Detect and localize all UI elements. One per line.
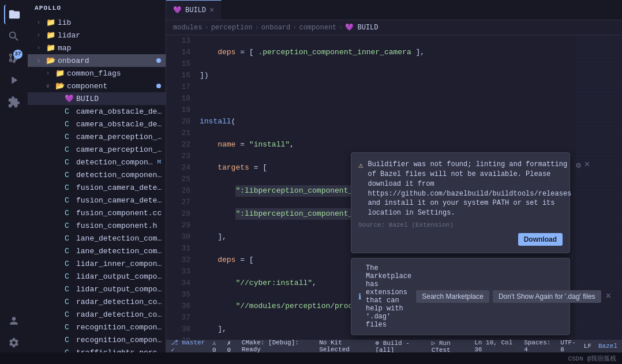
language-mode[interactable]: Bazel bbox=[598, 343, 617, 350]
status-bar: ⎇ master ✓ ⚠ 0 ✗ 0 CMake: [Debug]: Ready… bbox=[166, 340, 622, 352]
list-item[interactable]: › C camera_perception_viz_messag... bbox=[28, 130, 166, 143]
tree-item-component[interactable]: ∨ 📂 component bbox=[28, 80, 166, 92]
eol-status[interactable]: LF bbox=[584, 343, 591, 350]
search-icon[interactable] bbox=[4, 27, 24, 46]
list-item[interactable]: › C detection_component.h bbox=[28, 168, 166, 181]
warnings-status[interactable]: ⚠ 0 bbox=[212, 339, 222, 353]
notification-actions: Download bbox=[358, 233, 563, 246]
status-right: No Kit Selected ⊕ Build - [all] ▷ Run CT… bbox=[319, 339, 617, 353]
editor-area: 💜 BUILD × modules › perception › onboard… bbox=[166, 0, 622, 352]
list-item[interactable]: › C fusion_component.h bbox=[28, 219, 166, 232]
c-file-icon: C bbox=[65, 260, 74, 268]
tab-close-button[interactable]: × bbox=[209, 6, 214, 15]
settings-icon[interactable]: ⚙ bbox=[576, 160, 580, 170]
git-badge: 37 bbox=[13, 50, 23, 59]
dag-close-button[interactable]: × bbox=[606, 291, 612, 302]
app-container: 37 APOLLO › 📁 l bbox=[0, 0, 622, 364]
tab-build[interactable]: 💜 BUILD × bbox=[166, 0, 222, 20]
breadcrumb-perception[interactable]: perception bbox=[211, 24, 253, 32]
tree-label: lidar_output_component.h bbox=[76, 285, 166, 294]
c-file-icon: C bbox=[65, 348, 74, 353]
tree-item-lib[interactable]: › 📁 lib bbox=[28, 16, 166, 29]
git-icon[interactable]: 37 bbox=[4, 48, 24, 68]
run-icon[interactable] bbox=[4, 70, 24, 90]
status-left: ⎇ master ✓ ⚠ 0 ✗ 0 CMake: [Debug]: Ready bbox=[171, 339, 312, 352]
c-file-icon: C bbox=[65, 133, 74, 141]
accounts-icon[interactable] bbox=[4, 311, 24, 331]
c-file-icon: C bbox=[65, 310, 74, 319]
explorer-icon[interactable] bbox=[4, 5, 24, 24]
dag-actions: Search Marketplace Don't Show Again for … bbox=[416, 290, 601, 303]
tree-label: map bbox=[58, 44, 71, 52]
no-kit-status[interactable]: No Kit Selected bbox=[319, 339, 368, 352]
download-button[interactable]: Download bbox=[518, 233, 563, 246]
encoding-status[interactable]: UTF-8 bbox=[560, 339, 576, 352]
warning-icon: ⚠ bbox=[358, 160, 363, 170]
c-file-icon: C bbox=[65, 272, 74, 281]
list-item[interactable]: › C camera_obstacle_detection_co... bbox=[28, 105, 166, 118]
errors-status[interactable]: ✗ 0 bbox=[227, 339, 237, 353]
dismiss-dag-button[interactable]: Don't Show Again for '.dag' files bbox=[493, 290, 601, 303]
list-item[interactable]: › C camera_perception_viz_messag... bbox=[28, 143, 166, 156]
list-item[interactable]: › C lidar_output_component.h bbox=[28, 283, 166, 295]
breadcrumb-sep: › bbox=[339, 24, 343, 32]
tree-label: lidar_inner_component_messa... bbox=[76, 260, 166, 268]
close-button[interactable]: × bbox=[584, 160, 590, 170]
cmake-status[interactable]: CMake: [Debug]: Ready bbox=[242, 339, 312, 352]
cursor-position[interactable]: Ln 10, Col 36 bbox=[474, 339, 517, 352]
folder-icon: 📁 bbox=[46, 18, 55, 27]
modified-badge: M bbox=[157, 159, 161, 166]
list-item[interactable]: › C fusion_camera_detection_com... bbox=[28, 181, 166, 194]
build-heart-icon: 💜 bbox=[65, 94, 74, 103]
tree-label: lib bbox=[58, 18, 71, 27]
folder-icon: 📁 bbox=[46, 43, 55, 52]
extensions-icon[interactable] bbox=[4, 92, 24, 112]
tree-label: recognition_component.cc bbox=[76, 323, 166, 332]
c-file-icon: C bbox=[65, 158, 74, 167]
tree-item-map[interactable]: › 📁 map bbox=[28, 42, 166, 54]
breadcrumb-modules[interactable]: modules bbox=[173, 24, 202, 32]
tree-label: camera_obstacle_detection_co... bbox=[76, 107, 166, 116]
list-item[interactable]: › C lidar_inner_component_messa... bbox=[28, 257, 166, 270]
c-file-icon: C bbox=[65, 234, 74, 243]
spaces-status[interactable]: Spaces: 4 bbox=[524, 339, 553, 352]
list-item[interactable]: › C lane_detection_component.h bbox=[28, 245, 166, 257]
tree-item-common-flags[interactable]: › 📁 common_flags bbox=[28, 67, 166, 80]
search-marketplace-button[interactable]: Search Marketplace bbox=[416, 290, 489, 303]
settings-icon[interactable] bbox=[4, 333, 24, 352]
folder-open-icon: 📂 bbox=[55, 81, 65, 91]
tab-bar: 💜 BUILD × bbox=[166, 0, 622, 20]
tree-label: camera_perception_viz_messag... bbox=[76, 145, 166, 154]
arrow-icon: › bbox=[37, 20, 46, 26]
tree-item-lidar[interactable]: › 📁 lidar bbox=[28, 29, 166, 42]
arrow-icon: › bbox=[37, 32, 46, 39]
tree-item-onboard[interactable]: ∨ 📂 onboard bbox=[28, 54, 166, 67]
breadcrumb-onboard[interactable]: onboard bbox=[261, 24, 290, 32]
tree-label: onboard bbox=[58, 57, 89, 65]
tree-item-build[interactable]: › 💜 BUILD bbox=[28, 92, 166, 105]
list-item[interactable]: › C lidar_output_component.cc bbox=[28, 270, 166, 283]
list-item[interactable]: › C recognition_component.cc bbox=[28, 321, 166, 333]
list-item[interactable]: › C camera_obstacle_detection_co... bbox=[28, 118, 166, 130]
c-file-icon: C bbox=[65, 183, 74, 192]
list-item[interactable]: › C detection_component.cc M bbox=[28, 156, 166, 168]
build-status[interactable]: ⊕ Build - [all] bbox=[375, 339, 424, 353]
git-branch-status[interactable]: ⎇ master ✓ bbox=[171, 339, 208, 352]
list-item[interactable]: › C trafficlights_perception_compo... bbox=[28, 346, 166, 352]
list-item[interactable]: › C recognition_component.h bbox=[28, 333, 166, 346]
folder-open-icon: 📂 bbox=[46, 56, 55, 65]
tree-label: detection_component.cc bbox=[76, 158, 157, 167]
c-file-icon: C bbox=[65, 120, 74, 129]
watermark: CSDN @我宿孤栈 bbox=[568, 354, 616, 363]
run-ctest-status[interactable]: ▷ Run CTest bbox=[432, 339, 468, 353]
list-item[interactable]: › C fusion_camera_detection_com... bbox=[28, 194, 166, 207]
tree-label: lane_detection_component.cc bbox=[76, 234, 166, 243]
list-item[interactable]: › C fusion_component.cc bbox=[28, 207, 166, 219]
breadcrumb-component[interactable]: component bbox=[299, 24, 336, 32]
tree-label: fusion_camera_detection_com... bbox=[76, 196, 166, 205]
tree-label: camera_obstacle_detection_co... bbox=[76, 120, 166, 129]
list-item[interactable]: › C lane_detection_component.cc bbox=[28, 232, 166, 245]
list-item[interactable]: › C radar_detection_component.h bbox=[28, 308, 166, 321]
tree-label: radar_detection_component.cc bbox=[76, 298, 166, 306]
list-item[interactable]: › C radar_detection_component.cc bbox=[28, 295, 166, 308]
